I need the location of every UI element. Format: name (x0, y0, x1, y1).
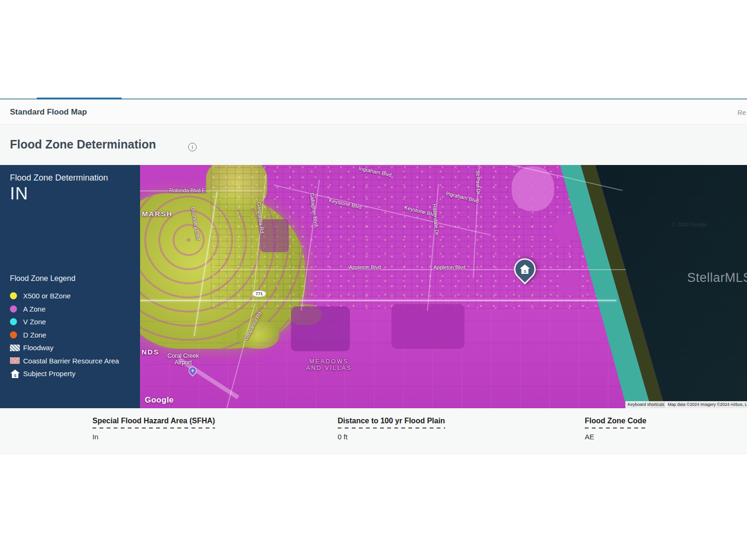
v-zone-swatch-icon (10, 318, 17, 325)
marker-house-icon: S (519, 264, 531, 274)
determination-value: IN (10, 184, 28, 204)
dark-zone-patch (260, 219, 289, 252)
legend-item-x500: X500 or BZone (10, 289, 119, 303)
legend-item-v-zone: V Zone (10, 315, 119, 329)
map-label-marsh: MARSH (142, 210, 173, 218)
svg-text:S: S (523, 269, 526, 274)
legend-item-a-zone: A Zone (10, 303, 119, 316)
map-label-rotonda-blvd-e: Rotonda Blvd E (169, 188, 205, 193)
legend-label: Subject Property (23, 370, 75, 378)
map-label-appleton-blvd-2: Appleton Blvd (433, 264, 465, 270)
stat-label: Distance to 100 yr Flood Plain (338, 417, 445, 425)
x500-swatch-icon (10, 292, 17, 299)
stat-value: In (92, 433, 215, 441)
flood-map-canvas[interactable]: MARSH NDS Rotonda Blvd E Boundary Blvd G… (140, 165, 747, 408)
stat-value: 0 ft (338, 433, 445, 441)
coastline-bump (554, 214, 576, 243)
road-line (220, 269, 626, 270)
legend-label: Coastal Barrier Resource Area (23, 357, 119, 365)
coastline-bump (561, 271, 580, 296)
stat-label: Special Flood Hazard Area (SFHA) (92, 417, 215, 425)
map-label-coral-creek-airport: Coral Creek Airport (167, 353, 199, 366)
keyboard-shortcuts-button[interactable]: Keyboard shortcuts (625, 401, 667, 408)
legend-label: Floodway (23, 344, 53, 352)
stat-value: AE (585, 433, 647, 441)
dark-zone-patch (391, 304, 465, 349)
stat-label: Flood Zone Code (585, 417, 647, 425)
stat-distance: Distance to 100 yr Flood Plain 0 ft (338, 417, 445, 441)
legend-item-subject-property: S Subject Property (10, 367, 119, 380)
south-parcel-texture (140, 309, 626, 408)
dashed-underline (92, 428, 215, 428)
legend-item-floodway: Floodway (10, 341, 119, 354)
stat-sfha: Special Flood Hazard Area (SFHA) In (92, 417, 215, 441)
page-title: Flood Zone Determination (10, 138, 156, 151)
flood-map-page: Standard Flood Map Re Flood Zone Determi… (0, 0, 747, 560)
determination-label: Flood Zone Determination (10, 173, 108, 183)
map-label-appleton-blvd: Appleton Blvd (349, 264, 381, 270)
map-label-nds: NDS (141, 348, 159, 356)
google-copyright-faint: © 2024 Google (672, 222, 707, 227)
stellar-mls-watermark: StellarMLS (687, 271, 747, 285)
road-line-main (140, 300, 616, 301)
floodway-hatch-icon (10, 345, 20, 351)
standard-flood-map-title: Standard Flood Map (10, 107, 87, 117)
map-attribution[interactable]: Map data ©2024 Imagery ©2024 Airbus, La (665, 401, 747, 408)
map-label-st-paul-dr: St Paul Dr (475, 171, 481, 195)
dark-zone-patch (291, 306, 350, 351)
info-icon[interactable]: i (188, 143, 197, 151)
legend-title: Flood Zone Legend (10, 274, 75, 283)
google-logo[interactable]: Google (145, 395, 174, 405)
flood-zone-sidebar: Flood Zone Determination IN Flood Zone L… (0, 165, 140, 408)
dashed-underline (338, 428, 445, 428)
flood-zone-legend: X500 or BZone A Zone V Zone D Zone Flood… (10, 289, 119, 380)
d-zone-swatch-icon (10, 331, 17, 338)
legend-item-coastal-barrier: Coastal Barrier Resource Area (10, 354, 119, 368)
standard-flood-map-bar (0, 99, 747, 125)
legend-item-d-zone: D Zone (10, 329, 119, 342)
legend-label: A Zone (23, 305, 46, 313)
subject-property-house-icon: S (10, 369, 20, 379)
legend-label: D Zone (23, 331, 46, 339)
a-zone-swatch-icon (10, 305, 17, 313)
legend-label: X500 or BZone (23, 292, 71, 300)
map-label-meadows-and-villas: MEADOWS AND VILLAS (306, 358, 352, 371)
route-771-shield-icon: 771 (252, 290, 266, 297)
svg-text:S: S (14, 374, 17, 378)
legend-label: V Zone (23, 318, 46, 326)
header-right-clipped-action[interactable]: Re (738, 109, 746, 116)
dashed-underline (585, 428, 647, 428)
stats-footer: Special Flood Hazard Area (SFHA) In Dist… (0, 408, 747, 454)
coastal-barrier-hatch-icon (10, 357, 20, 364)
stat-flood-zone-code: Flood Zone Code AE (585, 417, 647, 441)
